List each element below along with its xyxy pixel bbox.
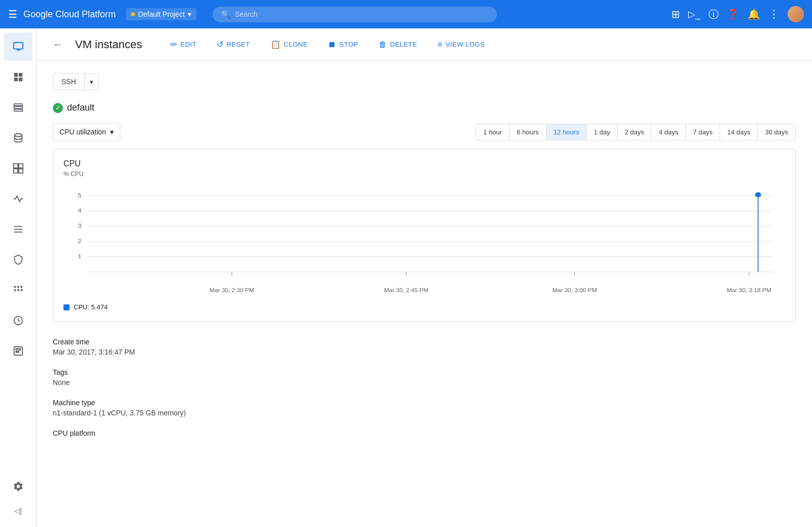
page-header: ← VM instances ✏ EDIT ↺ RESET 📋 CLONE ⏹ … <box>37 28 812 61</box>
search-bar[interactable]: 🔍 <box>213 7 497 22</box>
main-layout: ◁| ← VM instances ✏ EDIT ↺ RESET 📋 CLONE <box>0 28 812 527</box>
svg-rect-18 <box>14 286 16 288</box>
svg-rect-9 <box>14 110 22 112</box>
stop-button[interactable]: ⏹ STOP <box>320 36 366 53</box>
time-range-buttons: 1 hour 6 hours 12 hours 1 day 2 days 4 d… <box>476 124 796 140</box>
svg-rect-2 <box>17 50 19 51</box>
sidebar-item-network[interactable] <box>4 154 32 183</box>
time-btn-14days[interactable]: 14 days <box>720 124 758 140</box>
svg-text:1: 1 <box>78 253 82 260</box>
clone-button[interactable]: 📋 CLONE <box>262 36 316 53</box>
instance-name-row: ✓ default <box>53 102 796 113</box>
svg-text:3: 3 <box>78 223 82 229</box>
time-btn-7days[interactable]: 7 days <box>686 124 720 140</box>
terminal-icon[interactable]: ▷_ <box>688 9 700 20</box>
viewlogs-icon: ≡ <box>437 40 443 49</box>
legend-label: CPU: 5.474 <box>74 303 108 311</box>
stop-icon: ⏹ <box>328 40 336 49</box>
svg-rect-15 <box>14 226 22 227</box>
ssh-button[interactable]: SSH <box>53 73 85 90</box>
main-content: ← VM instances ✏ EDIT ↺ RESET 📋 CLONE ⏹ … <box>37 28 812 527</box>
svg-rect-27 <box>16 352 19 353</box>
page-title: VM instances <box>75 38 142 51</box>
time-btn-2days[interactable]: 2 days <box>618 124 652 140</box>
svg-rect-13 <box>13 169 17 173</box>
edit-button[interactable]: ✏ EDIT <box>162 36 205 53</box>
avatar[interactable] <box>788 6 804 22</box>
svg-text:4: 4 <box>78 207 82 214</box>
svg-rect-0 <box>13 43 22 49</box>
avatar-image <box>788 6 804 22</box>
create-time-section: Create time Mar 30, 2017, 3:16:47 PM <box>53 338 796 356</box>
delete-button[interactable]: 🗑 DELETE <box>370 36 425 53</box>
cpu-platform-section: CPU platform <box>53 429 796 437</box>
sidebar-bottom: ◁| <box>4 472 32 527</box>
svg-rect-5 <box>14 78 17 81</box>
sidebar-item-vm[interactable] <box>4 32 32 61</box>
time-btn-6hours[interactable]: 6 hours <box>510 124 546 140</box>
edit-icon: ✏ <box>171 40 178 49</box>
cpu-platform-label: CPU platform <box>53 429 796 437</box>
project-selector[interactable]: Default Project ▾ <box>126 8 196 20</box>
search-input[interactable] <box>235 10 489 18</box>
sidebar-item-database[interactable] <box>4 124 32 152</box>
back-button[interactable]: ← <box>49 34 67 54</box>
bell-icon[interactable]: 🔔 <box>748 8 760 20</box>
ssh-dropdown-button[interactable]: ▾ <box>85 74 99 90</box>
svg-rect-1 <box>16 49 20 50</box>
project-dot <box>131 12 135 16</box>
top-bar: ☰ Google Cloud Platform Default Project … <box>0 0 812 28</box>
sidebar-item-deploy[interactable] <box>4 337 32 365</box>
help-icon[interactable]: ❓ <box>727 8 739 20</box>
svg-text:Mar 30, 2:30 PM: Mar 30, 2:30 PM <box>210 288 254 293</box>
time-btn-1day[interactable]: 1 day <box>587 124 618 140</box>
svg-rect-12 <box>18 164 22 168</box>
time-btn-4days[interactable]: 4 days <box>652 124 686 140</box>
reset-button[interactable]: ↺ RESET <box>209 36 258 53</box>
svg-rect-20 <box>20 286 22 288</box>
instance-name: default <box>67 102 94 113</box>
status-icon: ✓ <box>53 103 63 113</box>
search-icon: 🔍 <box>221 10 231 19</box>
sidebar-item-storage[interactable] <box>4 93 32 122</box>
chart-controls: CPU utilization ▾ 1 hour 6 hours 12 hour… <box>53 123 796 140</box>
tags-section: Tags None <box>53 368 796 387</box>
svg-rect-16 <box>14 229 22 230</box>
svg-rect-23 <box>20 289 22 291</box>
viewlogs-button[interactable]: ≡ VIEW LOGS <box>429 36 493 53</box>
sidebar-item-clock[interactable] <box>4 306 32 335</box>
sidebar-collapse-btn[interactable]: ◁| <box>4 503 32 519</box>
svg-rect-11 <box>13 164 17 168</box>
reset-icon: ↺ <box>217 40 224 49</box>
svg-point-10 <box>14 134 22 137</box>
clone-icon: 📋 <box>270 40 281 49</box>
time-btn-1hour[interactable]: 1 hour <box>476 124 510 140</box>
chart-subtitle: % CPU <box>63 170 785 178</box>
info-icon[interactable]: ⓘ <box>708 8 719 21</box>
tags-label: Tags <box>53 368 796 376</box>
sidebar-item-monitor[interactable] <box>4 185 32 213</box>
chart-title: CPU <box>63 159 785 168</box>
sidebar-item-dashboard[interactable] <box>4 63 32 91</box>
metric-dropdown-icon: ▾ <box>110 128 114 136</box>
chart-area: 5 4 3 2 1 Mar 30, 2:30 PM Mar 30, 2:45 P… <box>63 186 785 297</box>
tags-value: None <box>53 378 796 387</box>
sidebar-item-settings[interactable] <box>4 472 32 501</box>
menu-icon[interactable]: ☰ <box>8 8 17 20</box>
sidebar-item-apps[interactable] <box>4 276 32 304</box>
svg-text:2: 2 <box>78 238 82 244</box>
svg-rect-19 <box>17 286 19 288</box>
svg-rect-17 <box>14 232 22 233</box>
time-btn-12hours[interactable]: 12 hours <box>547 124 587 140</box>
svg-rect-6 <box>18 78 22 81</box>
sidebar-item-list[interactable] <box>4 215 32 243</box>
time-btn-30days[interactable]: 30 days <box>758 124 795 140</box>
apps-icon[interactable]: ⊞ <box>671 8 680 20</box>
more-icon[interactable]: ⋮ <box>768 8 780 21</box>
machine-type-value: n1-standard-1 (1 vCPU, 3.75 GB memory) <box>53 409 796 417</box>
chart-box: CPU % CPU 5 4 3 2 <box>53 149 796 322</box>
legend-color-swatch <box>63 304 70 310</box>
metric-selector[interactable]: CPU utilization ▾ <box>53 123 120 140</box>
sidebar-item-security[interactable] <box>4 245 32 274</box>
app-logo: Google Cloud Platform <box>23 9 116 20</box>
